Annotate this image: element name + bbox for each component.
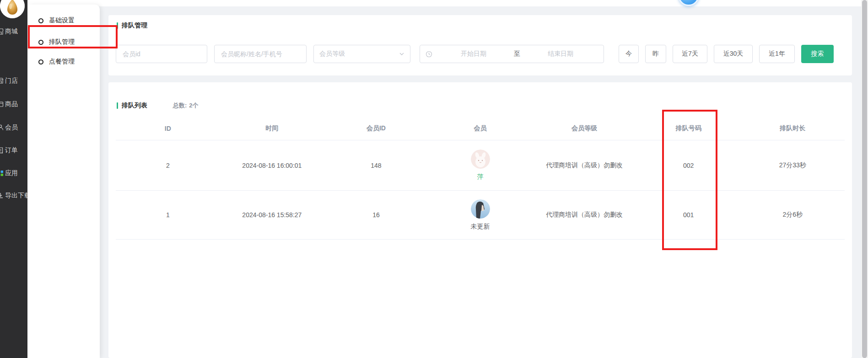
column-header-member: 会员 [428, 117, 533, 140]
perfume-bottle-image [0, 0, 25, 18]
cell-id: 1 [116, 191, 220, 239]
sidebar-item-label: 应用 [5, 169, 18, 177]
store-logo-avatar[interactable] [0, 0, 25, 18]
cell-queue-duration: 2分6秒 [740, 191, 845, 239]
member-level-placeholder: 会员等级 [319, 50, 345, 58]
vertical-scrollbar[interactable] [861, 0, 868, 358]
date-separator: 至 [511, 50, 523, 58]
list-card-title: 排队列表 总数: 2个 [117, 102, 199, 110]
cell-member-level: 代理商培训（高级）勿删改 [532, 140, 636, 190]
radio-circle-icon [38, 40, 43, 45]
cell-member: 萍 [428, 140, 533, 190]
table-row: 1 2024-08-16 15:58:27 16 未更新 代理商培训（高级）勿删 [116, 191, 845, 240]
member-name[interactable]: 未更新 [471, 223, 490, 231]
member-avatar[interactable] [471, 199, 490, 219]
table-header-row: ID 时间 会员ID 会员 会员等级 排队号码 排队时长 [116, 117, 845, 140]
sidebar-item-goods[interactable]: 商品 [0, 98, 27, 111]
yesterday-button[interactable]: 昨 [645, 45, 666, 63]
quick-date-buttons: 今 昨 近7天 近30天 近1年 搜索 [619, 45, 834, 63]
page-title: 排队管理 [122, 21, 147, 30]
cell-queue-number: 002 [636, 140, 741, 190]
column-header-queue-duration: 排队时长 [740, 117, 845, 140]
cell-member-id: 148 [324, 140, 428, 190]
member-name[interactable]: 萍 [477, 173, 484, 181]
submenu-item-label: 基础设置 [49, 16, 75, 25]
sidebar-item-apps[interactable]: 应用 [0, 167, 27, 180]
chevron-down-icon [399, 51, 404, 57]
member-level-select[interactable]: 会员等级 [313, 45, 410, 63]
order-receipt-icon [0, 147, 4, 154]
sidebar-item-order[interactable]: 订单 [0, 144, 27, 157]
end-date-placeholder[interactable]: 结束日期 [523, 50, 598, 58]
column-header-member-level: 会员等级 [532, 117, 636, 140]
cell-member: 未更新 [428, 191, 533, 239]
secondary-sidebar: 基础设置 排队管理 点餐管理 [27, 5, 100, 358]
submenu-item-queue-management[interactable]: 排队管理 [27, 33, 100, 51]
sidebar-item-store[interactable]: 门店 [0, 75, 27, 87]
radio-circle-icon [38, 18, 43, 23]
goods-box-icon [0, 101, 4, 108]
column-header-time: 时间 [220, 117, 324, 140]
download-icon [0, 192, 4, 199]
table-row: 2 2024-08-16 16:00:01 148 萍 代理商培训（高级）勿删改 [116, 140, 845, 191]
today-button[interactable]: 今 [619, 45, 639, 63]
submenu-item-label: 点餐管理 [49, 58, 75, 66]
shop-icon [0, 28, 4, 35]
column-header-queue-number: 排队号码 [636, 117, 741, 140]
start-date-placeholder[interactable]: 开始日期 [436, 50, 511, 58]
sidebar-item-label: 导出下载 [5, 192, 27, 200]
date-range-picker[interactable]: 开始日期 至 结束日期 [420, 45, 604, 63]
queue-filter-card: 排队管理 会员等级 开始日期 至 结束日期 今 昨 近7天 近30天 近1年 搜… [108, 15, 852, 75]
total-count: 总数: 2个 [173, 102, 199, 110]
queue-list-card: 排队列表 总数: 2个 ID 时间 会员ID 会员 会员等级 排队号码 排队时长… [108, 82, 852, 358]
sidebar-item-label: 商城 [5, 27, 18, 36]
radio-circle-icon [38, 59, 43, 64]
sidebar-item-label: 订单 [5, 146, 18, 155]
sidebar-item-member[interactable]: 会员 [0, 121, 27, 134]
cell-member-id: 16 [324, 191, 428, 239]
member-avatar-image [471, 150, 490, 169]
title-accent-bar [117, 102, 118, 109]
user-avatar[interactable] [678, 0, 699, 6]
member-name-input[interactable] [214, 45, 307, 63]
column-header-id: ID [116, 117, 220, 140]
cell-time: 2024-08-16 15:58:27 [220, 191, 324, 239]
apps-grid-icon [0, 170, 4, 177]
sidebar-item-label: 门店 [5, 77, 18, 85]
last-7-days-button[interactable]: 近7天 [673, 45, 707, 63]
member-person-icon [0, 124, 4, 131]
filter-row: 会员等级 开始日期 至 结束日期 今 昨 近7天 近30天 近1年 搜索 [116, 45, 834, 63]
cell-time: 2024-08-16 16:00:01 [220, 140, 324, 190]
cell-id: 2 [116, 140, 220, 190]
scrollbar-thumb[interactable] [862, 0, 867, 358]
sidebar-item-label: 会员 [5, 123, 18, 132]
total-label: 总数: [173, 102, 187, 110]
member-avatar-image [471, 199, 490, 219]
submenu-item-ordering-management[interactable]: 点餐管理 [27, 53, 100, 71]
last-1-year-button[interactable]: 近1年 [759, 45, 795, 63]
search-button[interactable]: 搜索 [801, 45, 834, 63]
sidebar-item-label: 商品 [5, 100, 18, 108]
total-value: 2个 [189, 102, 198, 110]
filter-card-title: 排队管理 [117, 21, 147, 30]
storefront-icon [0, 77, 4, 85]
sidebar-item-mall[interactable]: 商城 [0, 25, 27, 38]
submenu-item-basic-settings[interactable]: 基础设置 [27, 11, 100, 30]
clock-icon [426, 51, 432, 58]
submenu-item-label: 排队管理 [49, 38, 75, 46]
cell-queue-number: 001 [636, 191, 741, 239]
member-id-input[interactable] [116, 45, 207, 63]
cell-member-level: 代理商培训（高级）勿删改 [532, 191, 636, 239]
list-title: 排队列表 [122, 102, 147, 110]
primary-sidebar: 商城 门店 商品 会员 订单 应用 导出下载 [0, 0, 27, 358]
queue-table: ID 时间 会员ID 会员 会员等级 排队号码 排队时长 2 2024-08-1… [116, 117, 845, 240]
last-30-days-button[interactable]: 近30天 [714, 45, 753, 63]
member-avatar[interactable] [471, 150, 490, 169]
title-accent-bar [117, 22, 118, 29]
sidebar-item-export-download[interactable]: 导出下载 [0, 189, 27, 202]
column-header-member-id: 会员ID [324, 117, 428, 140]
cell-queue-duration: 27分33秒 [740, 140, 845, 190]
